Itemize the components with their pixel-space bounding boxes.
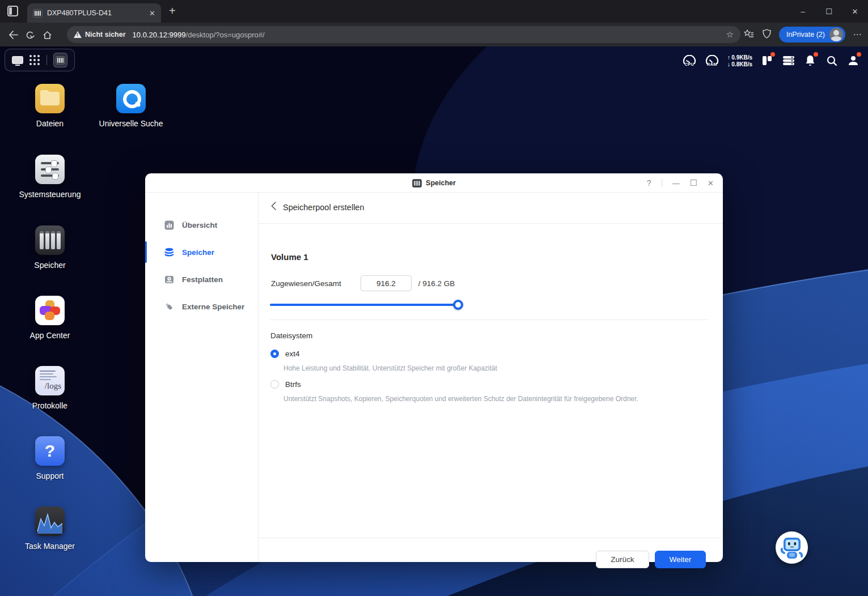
toolbar-right: InPrivate (2) ⋯ bbox=[743, 26, 863, 43]
desktop-icon-universelle-suche[interactable]: Universelle Suche bbox=[100, 84, 162, 128]
user-badge bbox=[857, 52, 861, 57]
sidebar-item-festplatten[interactable]: Festplatten bbox=[145, 266, 259, 293]
tab-workspaces-icon[interactable] bbox=[7, 6, 18, 16]
breadcrumb-label: Speicherpool erstellen bbox=[283, 203, 364, 212]
app-launcher-icon[interactable] bbox=[29, 55, 40, 65]
show-desktop-icon[interactable] bbox=[12, 56, 23, 64]
user-icon[interactable] bbox=[846, 54, 860, 67]
download-arrow-icon: ↓ bbox=[727, 61, 731, 67]
radio-selected-icon[interactable] bbox=[270, 350, 279, 358]
allocated-total: / 916.2 GB bbox=[418, 279, 455, 288]
next-button[interactable]: Weiter bbox=[655, 551, 706, 568]
desktop-icon-support[interactable]: ? Support bbox=[19, 436, 81, 480]
tab-close-icon[interactable]: ✕ bbox=[149, 9, 155, 18]
url-text[interactable]: 10.0.20.12:9999/desktop/?os=ugospro#/ bbox=[133, 31, 265, 39]
dialog-minimize-button[interactable]: — bbox=[672, 179, 680, 188]
widgets-badge bbox=[770, 52, 775, 57]
radio-ext4[interactable]: ext4 bbox=[270, 350, 300, 358]
desktop-icon-app-center[interactable]: App Center bbox=[19, 296, 81, 340]
sidebar-item-speicher[interactable]: Speicher bbox=[145, 239, 259, 266]
screen: DXP480TPLUS-D41 ✕ + – ☐ ✕ Nicht sicher 1… bbox=[0, 0, 868, 596]
security-warning[interactable]: Nicht sicher bbox=[74, 31, 133, 39]
favorite-star-icon[interactable]: ☆ bbox=[726, 29, 734, 40]
task-queue-icon[interactable] bbox=[782, 54, 795, 67]
notifications-bell-icon[interactable] bbox=[803, 54, 817, 67]
slider-track[interactable] bbox=[270, 304, 458, 306]
dialog-maximize-button[interactable]: ☐ bbox=[690, 178, 697, 188]
desktop-icon-protokolle[interactable]: /logs Protokolle bbox=[19, 366, 81, 410]
taskbar-tray: CPU RAM ↑0.9KB/s ↓0.8KB/s bbox=[682, 50, 860, 71]
cpu-gauge[interactable]: CPU bbox=[682, 55, 697, 67]
ext4-label: ext4 bbox=[285, 350, 300, 358]
breadcrumb[interactable]: Speicherpool erstellen bbox=[271, 202, 364, 213]
desktop-icon-speicher[interactable]: Speicher bbox=[19, 225, 81, 270]
allocated-input[interactable] bbox=[361, 275, 412, 291]
back-button[interactable]: Zurück bbox=[596, 551, 649, 568]
back-chevron-icon[interactable] bbox=[271, 202, 276, 213]
radio-btrfs[interactable]: Btrfs bbox=[270, 380, 301, 389]
home-icon[interactable] bbox=[39, 29, 56, 40]
ram-gauge[interactable]: RAM bbox=[705, 55, 719, 67]
browser-tabstrip: DXP480TPLUS-D41 ✕ + – ☐ ✕ bbox=[0, 0, 868, 23]
back-icon[interactable] bbox=[5, 29, 22, 40]
app-center-icon bbox=[35, 296, 65, 325]
control-panel-icon bbox=[35, 155, 65, 184]
window-close-button[interactable]: ✕ bbox=[842, 7, 868, 16]
tab-title: DXP480TPLUS-D41 bbox=[47, 9, 145, 17]
browser-tab[interactable]: DXP480TPLUS-D41 ✕ bbox=[27, 3, 161, 23]
dock-divider bbox=[46, 55, 47, 65]
new-tab-button[interactable]: + bbox=[169, 5, 176, 18]
storage-icon bbox=[35, 225, 65, 255]
logs-icon: /logs bbox=[35, 366, 65, 395]
footer-divider bbox=[259, 538, 723, 538]
window-maximize-button[interactable]: ☐ bbox=[816, 7, 842, 16]
header-divider bbox=[259, 223, 723, 224]
collections-icon[interactable] bbox=[743, 29, 755, 40]
upload-arrow-icon: ↑ bbox=[727, 54, 731, 61]
desktop-icon-dateien[interactable]: Dateien bbox=[19, 84, 81, 128]
desktop-icon-task-manager[interactable]: Task Manager bbox=[19, 506, 81, 551]
usb-stick-icon bbox=[164, 302, 174, 312]
btrfs-description: Unterstützt Snapshots, Kopieren, Speiche… bbox=[283, 395, 638, 403]
assistant-mascot-icon[interactable] bbox=[776, 531, 808, 564]
dialog-content: Speicherpool erstellen Volume 1 Zugewies… bbox=[259, 193, 723, 562]
network-speed[interactable]: ↑0.9KB/s ↓0.8KB/s bbox=[727, 54, 752, 67]
overview-icon bbox=[164, 220, 174, 230]
section-divider bbox=[270, 320, 709, 320]
widgets-icon[interactable] bbox=[760, 54, 774, 67]
taskbar-dock bbox=[5, 49, 75, 71]
profile-avatar[interactable] bbox=[829, 28, 843, 41]
notifications-badge bbox=[814, 52, 818, 57]
filesystem-label: Dateisystem bbox=[270, 331, 312, 340]
allocated-label: Zugewiesen/Gesamt bbox=[271, 279, 341, 288]
search-icon[interactable] bbox=[825, 54, 839, 67]
shield-icon[interactable] bbox=[761, 29, 773, 40]
dialog-titlebar[interactable]: Speicher ? — ☐ ✕ bbox=[145, 173, 723, 193]
slider-thumb[interactable] bbox=[453, 300, 463, 310]
task-manager-icon bbox=[35, 506, 65, 536]
window-minimize-button[interactable]: – bbox=[790, 7, 816, 16]
sidebar-item-externe-speicher[interactable]: Externe Speicher bbox=[145, 293, 259, 320]
address-bar[interactable]: Nicht sicher 10.0.20.12:9999/desktop/?os… bbox=[67, 26, 740, 43]
taskbar-speicher-app-icon[interactable] bbox=[53, 53, 67, 67]
radio-unselected-icon[interactable] bbox=[270, 380, 279, 389]
browser-menu-icon[interactable]: ⋯ bbox=[851, 29, 863, 40]
support-icon: ? bbox=[35, 436, 65, 466]
hdd-icon bbox=[164, 275, 174, 284]
dialog-footer: Zurück Weiter bbox=[596, 551, 706, 568]
capacity-slider[interactable] bbox=[270, 300, 458, 310]
dialog-close-button[interactable]: ✕ bbox=[708, 179, 714, 188]
inprivate-badge[interactable]: InPrivate (2) bbox=[779, 27, 845, 42]
refresh-icon[interactable] bbox=[22, 29, 39, 40]
ext4-description: Hohe Leistung und Stabilität. Unterstütz… bbox=[283, 364, 497, 372]
warning-icon bbox=[74, 31, 82, 38]
sidebar-item-uebersicht[interactable]: Übersicht bbox=[145, 211, 259, 239]
speicher-dialog: Speicher ? — ☐ ✕ Übersicht bbox=[145, 173, 723, 562]
files-icon bbox=[35, 84, 65, 113]
browser-window-controls: – ☐ ✕ bbox=[790, 0, 868, 23]
dialog-help-icon[interactable]: ? bbox=[647, 178, 651, 188]
dialog-app-icon bbox=[412, 179, 422, 188]
universal-search-icon bbox=[116, 84, 146, 113]
desktop-icon-systemsteuerung[interactable]: Systemsteuerung bbox=[19, 155, 81, 199]
dialog-controls-divider bbox=[662, 179, 662, 187]
